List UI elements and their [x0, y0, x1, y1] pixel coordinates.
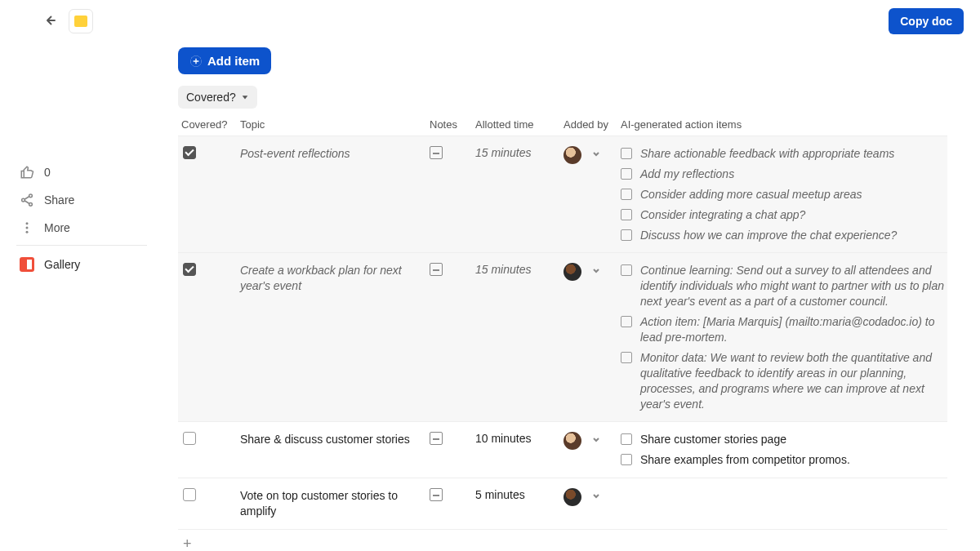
time-cell: 15 minutes [472, 144, 560, 161]
action-text: Share examples from competitor promos. [640, 452, 850, 468]
add-row-button[interactable]: + [178, 529, 947, 551]
action-item: Share examples from competitor promos. [621, 452, 944, 468]
chevron-down-icon[interactable] [591, 488, 601, 500]
svg-marker-10 [242, 96, 247, 99]
action-checkbox[interactable] [621, 433, 632, 445]
sidebar-divider [16, 245, 147, 246]
action-item: Consider integrating a chat app? [621, 207, 944, 223]
col-time: Allotted time [472, 118, 560, 131]
covered-checkbox[interactable] [183, 432, 196, 445]
avatar[interactable] [564, 263, 581, 281]
action-text: Add my reflections [640, 167, 734, 182]
share-button[interactable]: Share [16, 186, 147, 214]
svg-line-5 [24, 201, 29, 204]
action-item: Consider adding more casual meetup areas [621, 187, 944, 202]
table-row[interactable]: Post-event reflections15 minutesShare ac… [178, 136, 947, 252]
action-checkbox[interactable] [621, 264, 632, 276]
action-checkbox[interactable] [621, 229, 632, 241]
action-checkbox[interactable] [621, 168, 632, 180]
svg-line-4 [24, 197, 29, 200]
action-checkbox[interactable] [621, 316, 632, 327]
action-item: Discuss how we can improve the chat expe… [621, 228, 944, 243]
svg-point-8 [26, 231, 29, 233]
action-item: Share actionable feedback with appropria… [621, 146, 944, 162]
svg-point-6 [26, 222, 29, 224]
actions-cell: Share customer stories pageShare example… [617, 430, 947, 469]
covered-checkbox[interactable] [183, 146, 196, 159]
notes-icon[interactable] [430, 432, 443, 445]
svg-point-7 [26, 227, 29, 229]
action-text: Action item: [Maria Marquis] (mailto:mar… [640, 314, 944, 345]
notes-icon[interactable] [430, 146, 443, 159]
share-label: Share [44, 193, 74, 207]
action-text: Share actionable feedback with appropria… [640, 146, 894, 162]
col-added-by: Added by [560, 118, 617, 131]
gallery-label: Gallery [44, 258, 80, 271]
topic-cell[interactable]: Post-event reflections [237, 144, 426, 163]
like-button[interactable]: 0 [16, 158, 147, 186]
action-item: Add my reflections [621, 167, 944, 182]
actions-cell: Share actionable feedback with appropria… [617, 144, 947, 244]
notes-icon[interactable] [430, 488, 443, 501]
table-row[interactable]: Vote on top customer stories to amplify5… [178, 478, 947, 529]
filter-label: Covered? [186, 91, 236, 104]
actions-cell: Continue learning: Send out a survey to … [617, 261, 947, 413]
time-cell: 5 minutes [472, 487, 560, 503]
agenda-table: Covered? Topic Notes Allotted time Added… [178, 112, 947, 551]
action-checkbox[interactable] [621, 454, 632, 465]
time-cell: 15 minutes [472, 261, 560, 278]
table-row[interactable]: Share & discuss customer stories10 minut… [178, 421, 947, 478]
notes-icon[interactable] [430, 263, 443, 276]
action-text: Continue learning: Send out a survey to … [640, 263, 944, 309]
avatar[interactable] [564, 488, 581, 506]
action-item: Action item: [Maria Marquis] (mailto:mar… [621, 314, 944, 345]
more-label: More [44, 221, 70, 234]
action-text: Monitor data: We want to review both the… [640, 350, 944, 412]
copy-doc-button[interactable]: Copy doc [889, 8, 964, 34]
action-text: Consider adding more casual meetup areas [640, 187, 862, 202]
col-actions: AI-generated action items [617, 118, 947, 131]
table-row[interactable]: Create a workback plan for next year's e… [178, 252, 947, 421]
doc-logo[interactable] [69, 9, 93, 33]
avatar[interactable] [564, 432, 581, 450]
gallery-icon [20, 257, 34, 272]
action-item: Continue learning: Send out a survey to … [621, 263, 944, 309]
like-count: 0 [44, 166, 51, 179]
col-notes: Notes [426, 118, 472, 131]
more-button[interactable]: More [16, 214, 147, 242]
add-item-label: Add item [207, 54, 260, 68]
filter-covered-chip[interactable]: Covered? [178, 86, 257, 109]
action-checkbox[interactable] [621, 148, 632, 159]
covered-checkbox[interactable] [183, 263, 196, 276]
action-item: Monitor data: We want to review both the… [621, 350, 944, 412]
action-checkbox[interactable] [621, 352, 632, 363]
add-item-button[interactable]: Add item [178, 47, 271, 74]
chevron-down-icon[interactable] [591, 432, 601, 444]
back-button[interactable] [42, 13, 57, 30]
table-header: Covered? Topic Notes Allotted time Added… [178, 112, 947, 136]
col-topic: Topic [237, 118, 426, 131]
covered-checkbox[interactable] [183, 488, 196, 501]
chevron-down-icon[interactable] [591, 146, 601, 158]
action-text: Discuss how we can improve the chat expe… [640, 228, 897, 243]
topic-cell[interactable]: Create a workback plan for next year's e… [237, 261, 426, 295]
topic-cell[interactable]: Vote on top customer stories to amplify [237, 487, 426, 521]
action-checkbox[interactable] [621, 189, 632, 200]
avatar[interactable] [564, 146, 581, 164]
chevron-down-icon[interactable] [591, 263, 601, 275]
action-checkbox[interactable] [621, 209, 632, 220]
action-text: Share customer stories page [640, 432, 786, 447]
time-cell: 10 minutes [472, 430, 560, 447]
gallery-link[interactable]: Gallery [16, 249, 147, 280]
actions-cell [617, 487, 947, 490]
action-item: Share customer stories page [621, 432, 944, 447]
col-covered: Covered? [178, 118, 237, 131]
action-text: Consider integrating a chat app? [640, 207, 805, 223]
topic-cell[interactable]: Share & discuss customer stories [237, 430, 426, 449]
